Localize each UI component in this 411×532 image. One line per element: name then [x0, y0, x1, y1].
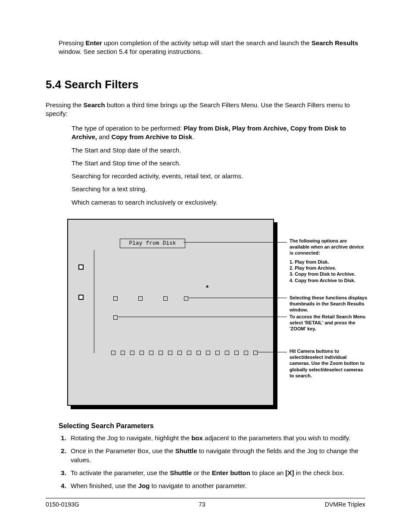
- text-bold: Enter: [86, 39, 102, 47]
- guide-line: [94, 250, 94, 353]
- footer-product: DVMRe Triplex: [325, 501, 365, 508]
- subheading: Selecting Search Parameters: [59, 422, 365, 430]
- text: and: [97, 133, 111, 140]
- footer-rule: [46, 498, 365, 498]
- text: 1. Play from Disk.: [290, 259, 368, 265]
- text: 3. Copy from Disk to Archive.: [290, 271, 368, 277]
- checkbox-icon: [78, 295, 84, 300]
- checkbox-icon: [138, 296, 143, 301]
- text: 4. Copy from Archive to Disk.: [290, 277, 368, 283]
- text: to navigate to another parameter.: [149, 482, 246, 489]
- text: to place an: [250, 469, 286, 476]
- text: The type of operation to be performed:: [72, 124, 184, 132]
- text: in the check box.: [294, 469, 345, 476]
- camera-checkbox-icon: [234, 351, 239, 355]
- bullet-list: The type of operation to be performed: P…: [72, 124, 365, 207]
- text-bold: [X]: [286, 469, 294, 476]
- camera-checkbox-icon: [168, 351, 172, 355]
- connector-line: [184, 242, 287, 243]
- text: 2. Play from Archive.: [290, 265, 368, 271]
- text: To access the Retail Search Menu select …: [290, 314, 368, 332]
- text: Pressing: [59, 39, 86, 47]
- text-bold: Search Results: [311, 39, 358, 47]
- lead-paragraph: Pressing the Search button a third time …: [46, 101, 365, 118]
- checkbox-icon: [113, 315, 118, 320]
- text: window. See section 5.4 for operating in…: [59, 48, 202, 55]
- diagram-annotation-retail: To access the Retail Search Menu select …: [290, 314, 368, 335]
- text: or the: [192, 469, 212, 476]
- step-item: When finished, use the Jog to navigate t…: [68, 481, 365, 491]
- camera-checkbox-icon: [130, 351, 134, 355]
- text: The following options are available when…: [290, 238, 368, 256]
- bullet-item: The Start and Stop date of the search.: [72, 146, 365, 155]
- text: Pressing the: [46, 101, 84, 109]
- text: To activate the parameter, use the: [71, 469, 170, 476]
- step-item: Once in the Parameter Box, use the Shutt…: [68, 446, 365, 465]
- camera-checkbox-icon: [244, 351, 248, 355]
- text-bold: Shuttle: [170, 469, 192, 476]
- text-bold: Search: [84, 101, 105, 109]
- camera-checkbox-icon: [206, 351, 210, 355]
- connector-line: [118, 317, 287, 317]
- step-item: Rotating the Jog to navigate, highlight …: [68, 433, 365, 443]
- checkbox-icon: [78, 264, 84, 270]
- checkbox-icon: [184, 296, 188, 301]
- operation-select-box: Play from Disk: [120, 239, 185, 248]
- text: Once in the Parameter Box, use the: [71, 447, 175, 454]
- text-bold: Copy from Archive to Disk: [112, 133, 193, 140]
- text: Hit Camera buttons to select/deselect in…: [290, 348, 368, 379]
- section-heading: 5.4 Search Filters: [46, 78, 365, 91]
- camera-checkbox-icon: [140, 351, 144, 355]
- connector-line: [258, 352, 287, 352]
- camera-checkbox-icon: [149, 351, 153, 355]
- camera-checkbox-icon: [159, 351, 163, 355]
- diagram-annotation-options: The following options are available when…: [290, 238, 368, 283]
- camera-checkbox-icon: [253, 351, 258, 355]
- text: Selecting these functions displays thumb…: [290, 295, 368, 313]
- text: adjacent to the parameters that you wish…: [203, 434, 350, 442]
- bullet-item: The Start and Stop time of the search.: [72, 159, 365, 168]
- text: upon completion of the activity setup wi…: [102, 39, 311, 47]
- camera-checkbox-icon: [111, 351, 115, 355]
- search-filters-diagram: Play from Disk *: [67, 219, 365, 409]
- search-filters-panel: Play from Disk *: [67, 219, 274, 406]
- camera-checkbox-icon: [196, 351, 201, 355]
- text: .: [192, 133, 194, 140]
- page-footer: 0150-0193G 73 DVMRe Triplex: [46, 501, 365, 508]
- intro-paragraph: Pressing Enter upon completion of the ac…: [59, 39, 365, 56]
- section-title: Search Filters: [64, 78, 138, 91]
- checkbox-icon: [163, 296, 168, 301]
- steps-list: Rotating the Jog to navigate, highlight …: [59, 433, 365, 491]
- text: When finished, use the: [71, 482, 138, 489]
- footer-page-number: 73: [199, 501, 206, 508]
- bullet-item: Which cameras to search inclusively or e…: [72, 198, 365, 207]
- diagram-annotation-cameras: Hit Camera buttons to select/deselect in…: [290, 348, 368, 381]
- camera-checkbox-icon: [121, 351, 125, 355]
- checkbox-icon: [113, 296, 118, 301]
- text-bold: box: [191, 434, 203, 442]
- bullet-item: Searching for a text string.: [72, 185, 365, 193]
- star-marker: *: [206, 284, 209, 292]
- section-number: 5.4: [46, 78, 61, 91]
- bullet-item: Searching for recorded activity, events,…: [72, 172, 365, 180]
- text: Rotating the Jog to navigate, highlight …: [71, 434, 191, 442]
- camera-checkbox-icon: [187, 351, 191, 355]
- document-page: Pressing Enter upon completion of the ac…: [0, 0, 411, 532]
- connector-line: [188, 298, 287, 298]
- camera-checkbox-icon: [215, 351, 220, 355]
- footer-doc-id: 0150-0193G: [46, 501, 79, 508]
- text-bold: Jog: [138, 482, 150, 489]
- camera-checkbox-icon: [225, 351, 229, 355]
- step-item: To activate the parameter, use the Shutt…: [68, 468, 365, 478]
- text-bold: Enter button: [212, 469, 250, 476]
- text-bold: Shuttle: [175, 447, 197, 454]
- bullet-item: The type of operation to be performed: P…: [72, 124, 365, 142]
- camera-checkbox-icon: [177, 351, 182, 355]
- diagram-annotation-thumbnails: Selecting these functions displays thumb…: [290, 295, 368, 316]
